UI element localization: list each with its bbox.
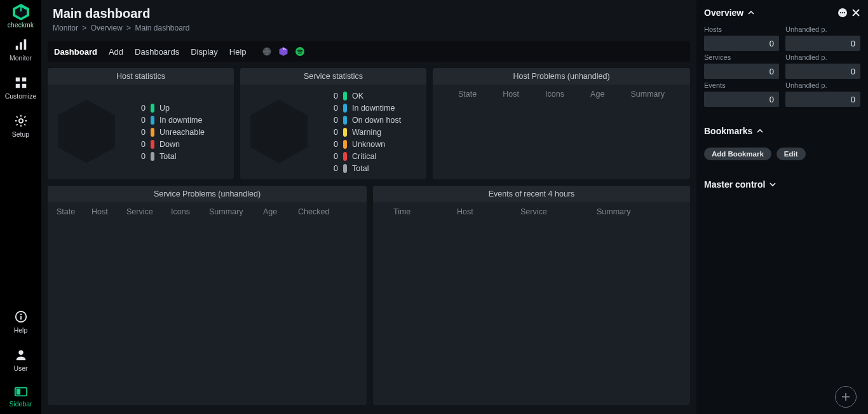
svg-rect-6 — [22, 78, 25, 81]
pill-unknown-icon — [343, 140, 347, 149]
page-title: Main dashboard — [53, 6, 685, 21]
pill-downtime-icon — [151, 116, 154, 125]
service-stat-total[interactable]: 0Total — [329, 164, 401, 173]
nav-setup[interactable]: Setup — [0, 114, 41, 138]
dashlet-title: Service statistics — [240, 68, 426, 85]
nav-user-label: User — [13, 364, 27, 372]
edit-bookmarks-button[interactable]: Edit — [776, 148, 806, 160]
host-stat-total[interactable]: 0Total — [137, 152, 205, 161]
breadcrumb-overview[interactable]: Overview — [91, 24, 123, 32]
service-stat-downtime[interactable]: 0In downtime — [329, 104, 401, 113]
breadcrumb-monitor[interactable]: Monitor — [53, 24, 78, 32]
right-sidebar: Overview Hosts Unhandled p. 0 0 Services… — [696, 0, 868, 414]
svg-point-11 — [20, 314, 21, 315]
col-state[interactable]: State — [458, 90, 477, 99]
breadcrumb-sep: > — [126, 24, 131, 32]
svg-rect-15 — [16, 389, 20, 394]
overview-services-unhandled-value[interactable]: 0 — [785, 64, 860, 79]
col-summary[interactable]: Summary — [209, 207, 263, 216]
master-control-section-header[interactable]: Master control — [704, 179, 860, 190]
menu-add[interactable]: Add — [109, 47, 123, 57]
nav-customize[interactable]: Customize — [0, 76, 41, 100]
pill-unreachable-icon — [151, 128, 154, 137]
dashboard-row-1: Host statistics 0Up 0In downtime 0Unreac… — [48, 68, 690, 179]
logo[interactable]: checkmk — [8, 4, 34, 29]
overview-hosts-unhandled-label: Unhandled p. — [785, 25, 860, 33]
add-bookmark-button[interactable]: Add Bookmark — [704, 148, 771, 160]
dashlet-title: Host Problems (unhandled) — [433, 68, 690, 85]
master-control-title: Master control — [704, 179, 765, 190]
host-stat-unreachable[interactable]: 0Unreachable — [137, 128, 205, 137]
dashlet-title: Events of recent 4 hours — [373, 186, 690, 202]
pill-downtime-icon — [343, 104, 347, 113]
spotify-icon[interactable] — [295, 46, 305, 57]
breadcrumb: Monitor > Overview > Main dashboard — [53, 24, 685, 32]
dashlet-service-problems: Service Problems (unhandled) State Host … — [48, 186, 367, 405]
col-summary[interactable]: Summary — [630, 90, 664, 99]
svg-rect-8 — [22, 84, 25, 88]
sidebar-toggle-icon — [14, 386, 28, 397]
overview-hosts-value[interactable]: 0 — [704, 36, 779, 51]
service-stat-ok[interactable]: 0OK — [329, 92, 401, 100]
page-header: Main dashboard Monitor > Overview > Main… — [41, 0, 696, 35]
col-age[interactable]: Age — [263, 207, 298, 216]
menu-display[interactable]: Display — [191, 47, 218, 57]
host-stat-down[interactable]: 0Down — [137, 140, 205, 149]
left-sidebar: checkmk Monitor Customize Setup — [0, 0, 41, 414]
overview-events-value[interactable]: 0 — [704, 92, 779, 107]
overview-hosts-unhandled-value[interactable]: 0 — [785, 36, 860, 51]
service-stat-ondownhost[interactable]: 0On down host — [329, 116, 401, 125]
svg-point-21 — [842, 12, 843, 13]
pill-up-icon — [151, 104, 154, 113]
col-service[interactable]: Service — [520, 207, 597, 216]
svg-rect-5 — [15, 78, 19, 81]
host-stat-downtime[interactable]: 0In downtime — [137, 116, 205, 125]
info-icon — [14, 310, 28, 324]
menu-dashboards[interactable]: Dashboards — [135, 47, 179, 57]
bookmarks-title: Bookmarks — [704, 126, 752, 136]
pill-critical-icon — [343, 152, 347, 161]
svg-point-9 — [18, 119, 22, 123]
svg-point-22 — [844, 12, 845, 13]
nav-sidebar-toggle[interactable]: Sidebar — [0, 386, 41, 408]
add-snapin-button[interactable] — [835, 386, 857, 408]
menu-help[interactable]: Help — [229, 47, 247, 57]
svg-rect-7 — [15, 84, 19, 88]
col-host[interactable]: Host — [92, 207, 126, 216]
col-service[interactable]: Service — [126, 207, 171, 216]
host-stat-up[interactable]: 0Up — [137, 104, 205, 113]
service-stat-unknown[interactable]: 0Unknown — [329, 140, 401, 149]
col-age[interactable]: Age — [590, 90, 604, 99]
col-host[interactable]: Host — [457, 207, 520, 216]
monitor-icon — [14, 38, 28, 52]
overview-grid: Hosts Unhandled p. 0 0 Services Unhandle… — [704, 25, 860, 107]
menu-dashboard[interactable]: Dashboard — [54, 47, 97, 57]
host-stats-hex-chart — [55, 97, 119, 167]
nav-monitor[interactable]: Monitor — [0, 38, 41, 62]
nav-help[interactable]: Help — [0, 310, 41, 334]
nav-user[interactable]: User — [0, 348, 41, 372]
col-summary[interactable]: Summary — [597, 207, 660, 216]
overview-events-unhandled-value[interactable]: 0 — [785, 92, 860, 107]
col-checked[interactable]: Checked — [298, 207, 336, 216]
dashlet-host-statistics: Host statistics 0Up 0In downtime 0Unreac… — [48, 68, 234, 179]
col-icons[interactable]: Icons — [171, 207, 209, 216]
service-stat-critical[interactable]: 0Critical — [329, 152, 401, 161]
more-icon[interactable] — [837, 8, 848, 18]
plus-icon — [840, 391, 851, 403]
close-icon[interactable] — [851, 8, 860, 17]
col-time[interactable]: Time — [393, 207, 457, 216]
overview-services-value[interactable]: 0 — [704, 64, 779, 79]
gear-icon — [14, 114, 28, 128]
breadcrumb-current: Main dashboard — [135, 24, 189, 32]
globe-icon[interactable] — [262, 46, 272, 57]
nav-sidebar-label: Sidebar — [9, 400, 32, 408]
col-state[interactable]: State — [57, 207, 92, 216]
service-stat-warning[interactable]: 0Warning — [329, 128, 401, 137]
bookmarks-section-header[interactable]: Bookmarks — [704, 126, 860, 136]
overview-section-header[interactable]: Overview — [704, 8, 860, 18]
col-host[interactable]: Host — [503, 90, 519, 99]
hex-icon[interactable] — [278, 46, 288, 57]
checkmk-logo-icon — [11, 4, 31, 20]
col-icons[interactable]: Icons — [545, 90, 564, 99]
